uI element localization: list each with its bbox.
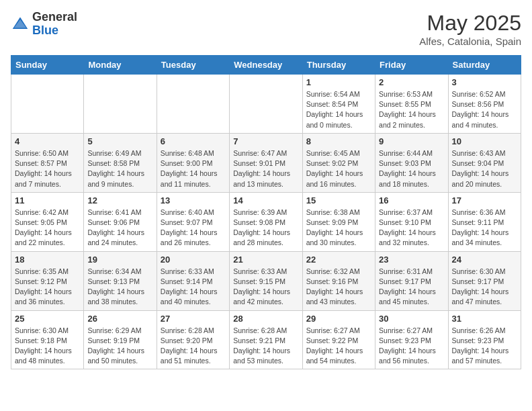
day-info: Sunrise: 6:48 AM Sunset: 9:00 PM Dayligh…	[161, 148, 226, 189]
day-number: 14	[233, 195, 298, 205]
logo-icon	[11, 15, 30, 34]
day-info: Sunrise: 6:42 AM Sunset: 9:05 PM Dayligh…	[15, 208, 80, 248]
calendar-week-row: 11Sunrise: 6:42 AM Sunset: 9:05 PM Dayli…	[11, 192, 521, 251]
day-info: Sunrise: 6:36 AM Sunset: 9:11 PM Dayligh…	[452, 208, 517, 248]
day-number: 15	[306, 195, 371, 205]
day-info: Sunrise: 6:47 AM Sunset: 9:01 PM Dayligh…	[233, 148, 298, 189]
day-number: 19	[87, 255, 152, 265]
day-info: Sunrise: 6:34 AM Sunset: 9:13 PM Dayligh…	[87, 267, 152, 308]
day-info: Sunrise: 6:38 AM Sunset: 9:09 PM Dayligh…	[306, 208, 371, 248]
calendar-cell: 14Sunrise: 6:39 AM Sunset: 9:08 PM Dayli…	[230, 192, 302, 251]
location: Alfes, Catalonia, Spain	[419, 36, 521, 47]
calendar-cell	[157, 75, 229, 134]
logo-blue-text: Blue	[32, 24, 58, 37]
day-info: Sunrise: 6:26 AM Sunset: 9:23 PM Dayligh…	[452, 326, 517, 367]
day-info: Sunrise: 6:53 AM Sunset: 8:55 PM Dayligh…	[379, 89, 444, 130]
day-number: 29	[306, 314, 371, 324]
calendar-cell: 10Sunrise: 6:43 AM Sunset: 9:04 PM Dayli…	[448, 133, 521, 192]
day-number: 18	[15, 255, 80, 265]
day-number: 5	[87, 136, 152, 146]
calendar-cell: 28Sunrise: 6:28 AM Sunset: 9:21 PM Dayli…	[230, 310, 302, 369]
page-header: General Blue May 2025 Alfes, Catalonia, …	[11, 11, 521, 47]
day-number: 7	[233, 136, 298, 146]
day-number: 4	[15, 136, 80, 146]
month-year: May 2025	[419, 11, 521, 36]
day-info: Sunrise: 6:40 AM Sunset: 9:07 PM Dayligh…	[161, 208, 226, 248]
day-number: 25	[15, 314, 80, 324]
day-info: Sunrise: 6:44 AM Sunset: 9:03 PM Dayligh…	[379, 148, 444, 189]
logo: General Blue	[11, 11, 77, 38]
calendar-week-row: 25Sunrise: 6:30 AM Sunset: 9:18 PM Dayli…	[11, 310, 521, 369]
day-info: Sunrise: 6:28 AM Sunset: 9:20 PM Dayligh…	[161, 326, 226, 367]
day-number: 24	[452, 255, 517, 265]
day-number: 22	[306, 255, 371, 265]
weekday-header-saturday: Saturday	[448, 56, 521, 75]
weekday-header-sunday: Sunday	[11, 56, 84, 75]
day-info: Sunrise: 6:30 AM Sunset: 9:17 PM Dayligh…	[452, 267, 517, 308]
calendar-cell: 1Sunrise: 6:54 AM Sunset: 8:54 PM Daylig…	[302, 75, 375, 134]
calendar-cell	[230, 75, 302, 134]
calendar-cell: 21Sunrise: 6:33 AM Sunset: 9:15 PM Dayli…	[230, 251, 302, 310]
day-number: 6	[161, 136, 226, 146]
calendar-cell: 12Sunrise: 6:41 AM Sunset: 9:06 PM Dayli…	[84, 192, 157, 251]
day-number: 21	[233, 255, 298, 265]
day-info: Sunrise: 6:37 AM Sunset: 9:10 PM Dayligh…	[379, 208, 444, 248]
weekday-header-row: SundayMondayTuesdayWednesdayThursdayFrid…	[11, 56, 521, 75]
day-number: 30	[379, 314, 444, 324]
day-number: 8	[306, 136, 371, 146]
weekday-header-thursday: Thursday	[302, 56, 375, 75]
calendar-cell: 17Sunrise: 6:36 AM Sunset: 9:11 PM Dayli…	[448, 192, 521, 251]
calendar-cell: 25Sunrise: 6:30 AM Sunset: 9:18 PM Dayli…	[11, 310, 84, 369]
day-info: Sunrise: 6:35 AM Sunset: 9:12 PM Dayligh…	[15, 267, 80, 308]
day-number: 20	[161, 255, 226, 265]
day-number: 2	[379, 77, 444, 87]
calendar-cell: 15Sunrise: 6:38 AM Sunset: 9:09 PM Dayli…	[302, 192, 375, 251]
day-info: Sunrise: 6:45 AM Sunset: 9:02 PM Dayligh…	[306, 148, 371, 189]
calendar-cell: 4Sunrise: 6:50 AM Sunset: 8:57 PM Daylig…	[11, 133, 84, 192]
calendar-cell: 8Sunrise: 6:45 AM Sunset: 9:02 PM Daylig…	[302, 133, 375, 192]
day-info: Sunrise: 6:43 AM Sunset: 9:04 PM Dayligh…	[452, 148, 517, 189]
day-info: Sunrise: 6:54 AM Sunset: 8:54 PM Dayligh…	[306, 89, 371, 130]
logo-general-text: General	[32, 10, 77, 24]
day-number: 10	[452, 136, 517, 146]
calendar-cell: 16Sunrise: 6:37 AM Sunset: 9:10 PM Dayli…	[375, 192, 448, 251]
day-info: Sunrise: 6:31 AM Sunset: 9:17 PM Dayligh…	[379, 267, 444, 308]
day-number: 13	[161, 195, 226, 205]
weekday-header-tuesday: Tuesday	[157, 56, 229, 75]
calendar-cell: 27Sunrise: 6:28 AM Sunset: 9:20 PM Dayli…	[157, 310, 229, 369]
day-number: 23	[379, 255, 444, 265]
day-number: 26	[87, 314, 152, 324]
calendar-cell: 22Sunrise: 6:32 AM Sunset: 9:16 PM Dayli…	[302, 251, 375, 310]
calendar-cell: 5Sunrise: 6:49 AM Sunset: 8:58 PM Daylig…	[84, 133, 157, 192]
calendar-cell	[11, 75, 84, 134]
calendar-week-row: 1Sunrise: 6:54 AM Sunset: 8:54 PM Daylig…	[11, 75, 521, 134]
day-number: 11	[15, 195, 80, 205]
day-number: 9	[379, 136, 444, 146]
day-number: 31	[452, 314, 517, 324]
day-info: Sunrise: 6:27 AM Sunset: 9:23 PM Dayligh…	[379, 326, 444, 367]
day-info: Sunrise: 6:27 AM Sunset: 9:22 PM Dayligh…	[306, 326, 371, 367]
weekday-header-friday: Friday	[375, 56, 448, 75]
calendar-cell: 31Sunrise: 6:26 AM Sunset: 9:23 PM Dayli…	[448, 310, 521, 369]
day-number: 16	[379, 195, 444, 205]
calendar-table: SundayMondayTuesdayWednesdayThursdayFrid…	[11, 55, 521, 369]
day-number: 12	[87, 195, 152, 205]
calendar-cell: 9Sunrise: 6:44 AM Sunset: 9:03 PM Daylig…	[375, 133, 448, 192]
day-info: Sunrise: 6:39 AM Sunset: 9:08 PM Dayligh…	[233, 208, 298, 248]
title-block: May 2025 Alfes, Catalonia, Spain	[419, 11, 521, 47]
day-info: Sunrise: 6:28 AM Sunset: 9:21 PM Dayligh…	[233, 326, 298, 367]
calendar-cell: 3Sunrise: 6:52 AM Sunset: 8:56 PM Daylig…	[448, 75, 521, 134]
calendar-cell: 13Sunrise: 6:40 AM Sunset: 9:07 PM Dayli…	[157, 192, 229, 251]
day-info: Sunrise: 6:52 AM Sunset: 8:56 PM Dayligh…	[452, 89, 517, 130]
day-number: 27	[161, 314, 226, 324]
calendar-cell: 26Sunrise: 6:29 AM Sunset: 9:19 PM Dayli…	[84, 310, 157, 369]
day-number: 1	[306, 77, 371, 87]
calendar-cell: 29Sunrise: 6:27 AM Sunset: 9:22 PM Dayli…	[302, 310, 375, 369]
svg-marker-1	[14, 19, 26, 28]
calendar-cell	[84, 75, 157, 134]
day-info: Sunrise: 6:32 AM Sunset: 9:16 PM Dayligh…	[306, 267, 371, 308]
day-info: Sunrise: 6:30 AM Sunset: 9:18 PM Dayligh…	[15, 326, 80, 367]
calendar-cell: 20Sunrise: 6:33 AM Sunset: 9:14 PM Dayli…	[157, 251, 229, 310]
day-info: Sunrise: 6:41 AM Sunset: 9:06 PM Dayligh…	[87, 208, 152, 248]
day-info: Sunrise: 6:50 AM Sunset: 8:57 PM Dayligh…	[15, 148, 80, 189]
